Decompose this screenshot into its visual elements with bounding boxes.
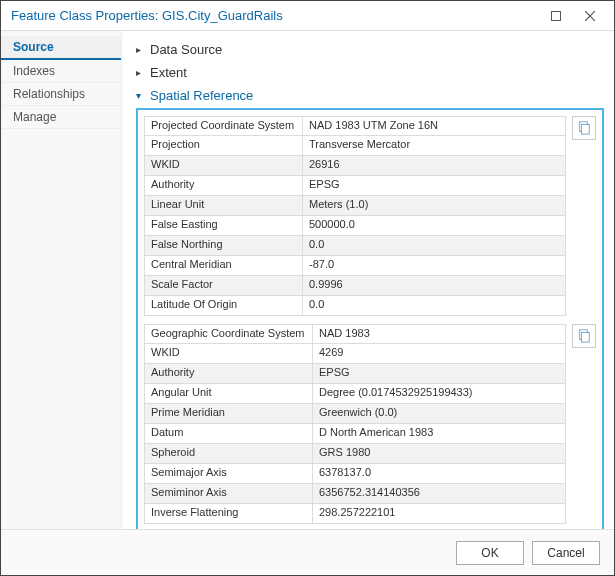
table-row: DatumD North American 1983 bbox=[144, 424, 566, 444]
row-label: Semimajor Axis bbox=[145, 464, 313, 483]
row-value: 4269 bbox=[313, 344, 565, 363]
table-row: Scale Factor0.9996 bbox=[144, 276, 566, 296]
row-value: Greenwich (0.0) bbox=[313, 404, 565, 423]
row-value: 6378137.0 bbox=[313, 464, 565, 483]
table-row: False Easting500000.0 bbox=[144, 216, 566, 236]
copy-icon bbox=[577, 329, 591, 343]
table-row: Linear UnitMeters (1.0) bbox=[144, 196, 566, 216]
section-title: Extent bbox=[150, 65, 187, 80]
row-label: Authority bbox=[145, 364, 313, 383]
table-row: AuthorityEPSG bbox=[144, 364, 566, 384]
row-label: WKID bbox=[145, 156, 303, 175]
row-value: 6356752.314140356 bbox=[313, 484, 565, 503]
section-header-spatial-reference[interactable]: ▾Spatial Reference bbox=[136, 85, 604, 106]
row-value: 0.9996 bbox=[303, 276, 565, 295]
sidebar-item-source[interactable]: Source bbox=[1, 36, 121, 60]
section-data-source[interactable]: ▸Data Source bbox=[136, 39, 604, 60]
table-row: Semimajor Axis6378137.0 bbox=[144, 464, 566, 484]
row-label: Datum bbox=[145, 424, 313, 443]
window-title: Feature Class Properties: GIS.City_Guard… bbox=[11, 8, 540, 23]
row-value: Transverse Mercator bbox=[303, 136, 565, 155]
main-area: Source Indexes Relationships Manage ▸Dat… bbox=[1, 31, 614, 529]
row-label: Inverse Flattening bbox=[145, 504, 313, 523]
svg-rect-0 bbox=[552, 11, 561, 20]
chevron-right-icon: ▸ bbox=[136, 67, 146, 78]
table-row: Angular UnitDegree (0.0174532925199433) bbox=[144, 384, 566, 404]
sidebar-item-label: Indexes bbox=[13, 64, 55, 78]
row-label: Semiminor Axis bbox=[145, 484, 313, 503]
table-row: Prime MeridianGreenwich (0.0) bbox=[144, 404, 566, 424]
copy-projected-button[interactable] bbox=[572, 116, 596, 140]
ok-button[interactable]: OK bbox=[456, 541, 524, 565]
row-label: WKID bbox=[145, 344, 313, 363]
row-value: 500000.0 bbox=[303, 216, 565, 235]
cancel-button[interactable]: Cancel bbox=[532, 541, 600, 565]
table-row: WKID4269 bbox=[144, 344, 566, 364]
row-label: Projected Coordinate System bbox=[145, 117, 303, 135]
svg-rect-6 bbox=[581, 333, 589, 343]
spatial-reference-body: Projected Coordinate SystemNAD 1983 UTM … bbox=[136, 108, 604, 529]
sidebar-item-manage[interactable]: Manage bbox=[1, 106, 121, 129]
row-label: Latitude Of Origin bbox=[145, 296, 303, 315]
sidebar-item-label: Manage bbox=[13, 110, 56, 124]
copy-geographic-button[interactable] bbox=[572, 324, 596, 348]
title-bar: Feature Class Properties: GIS.City_Guard… bbox=[1, 1, 614, 31]
section-extent[interactable]: ▸Extent bbox=[136, 62, 604, 83]
table-row: Inverse Flattening298.257222101 bbox=[144, 504, 566, 524]
row-label: Angular Unit bbox=[145, 384, 313, 403]
row-label: Prime Meridian bbox=[145, 404, 313, 423]
geographic-block: Geographic Coordinate SystemNAD 1983WKID… bbox=[144, 324, 596, 524]
maximize-icon[interactable] bbox=[540, 2, 572, 30]
row-value: NAD 1983 UTM Zone 16N bbox=[303, 117, 565, 135]
row-label: Authority bbox=[145, 176, 303, 195]
close-icon[interactable] bbox=[574, 2, 606, 30]
row-value: 298.257222101 bbox=[313, 504, 565, 523]
section-title: Data Source bbox=[150, 42, 222, 57]
table-row: Central Meridian-87.0 bbox=[144, 256, 566, 276]
row-value: 0.0 bbox=[303, 296, 565, 315]
row-label: False Northing bbox=[145, 236, 303, 255]
section-spatial-reference: ▾Spatial Reference Projected Coordinate … bbox=[136, 85, 604, 529]
row-value: Degree (0.0174532925199433) bbox=[313, 384, 565, 403]
table-row: ProjectionTransverse Mercator bbox=[144, 136, 566, 156]
row-value: GRS 1980 bbox=[313, 444, 565, 463]
row-label: Spheroid bbox=[145, 444, 313, 463]
window-controls bbox=[540, 2, 606, 30]
sidebar-item-indexes[interactable]: Indexes bbox=[1, 60, 121, 83]
table-row: WKID26916 bbox=[144, 156, 566, 176]
chevron-down-icon: ▾ bbox=[136, 90, 146, 101]
table-row: Projected Coordinate SystemNAD 1983 UTM … bbox=[144, 116, 566, 136]
footer: OK Cancel bbox=[1, 529, 614, 575]
sidebar-item-relationships[interactable]: Relationships bbox=[1, 83, 121, 106]
table-row: Latitude Of Origin0.0 bbox=[144, 296, 566, 316]
section-title: Spatial Reference bbox=[150, 88, 253, 103]
content-panel: ▸Data Source ▸Extent ▾Spatial Reference … bbox=[122, 31, 614, 529]
row-label: Linear Unit bbox=[145, 196, 303, 215]
row-label: False Easting bbox=[145, 216, 303, 235]
row-label: Projection bbox=[145, 136, 303, 155]
svg-rect-4 bbox=[581, 125, 589, 135]
row-label: Geographic Coordinate System bbox=[145, 325, 313, 343]
row-value: -87.0 bbox=[303, 256, 565, 275]
sidebar: Source Indexes Relationships Manage bbox=[1, 31, 122, 529]
row-value: EPSG bbox=[303, 176, 565, 195]
copy-icon bbox=[577, 121, 591, 135]
row-value: NAD 1983 bbox=[313, 325, 565, 343]
table-row: SpheroidGRS 1980 bbox=[144, 444, 566, 464]
sidebar-item-label: Source bbox=[13, 40, 54, 54]
projected-block: Projected Coordinate SystemNAD 1983 UTM … bbox=[144, 116, 596, 316]
table-row: Semiminor Axis6356752.314140356 bbox=[144, 484, 566, 504]
row-value: 0.0 bbox=[303, 236, 565, 255]
row-label: Scale Factor bbox=[145, 276, 303, 295]
row-value: D North American 1983 bbox=[313, 424, 565, 443]
sidebar-item-label: Relationships bbox=[13, 87, 85, 101]
row-label: Central Meridian bbox=[145, 256, 303, 275]
table-row: AuthorityEPSG bbox=[144, 176, 566, 196]
chevron-right-icon: ▸ bbox=[136, 44, 146, 55]
table-row: Geographic Coordinate SystemNAD 1983 bbox=[144, 324, 566, 344]
row-value: Meters (1.0) bbox=[303, 196, 565, 215]
row-value: EPSG bbox=[313, 364, 565, 383]
table-row: False Northing0.0 bbox=[144, 236, 566, 256]
row-value: 26916 bbox=[303, 156, 565, 175]
